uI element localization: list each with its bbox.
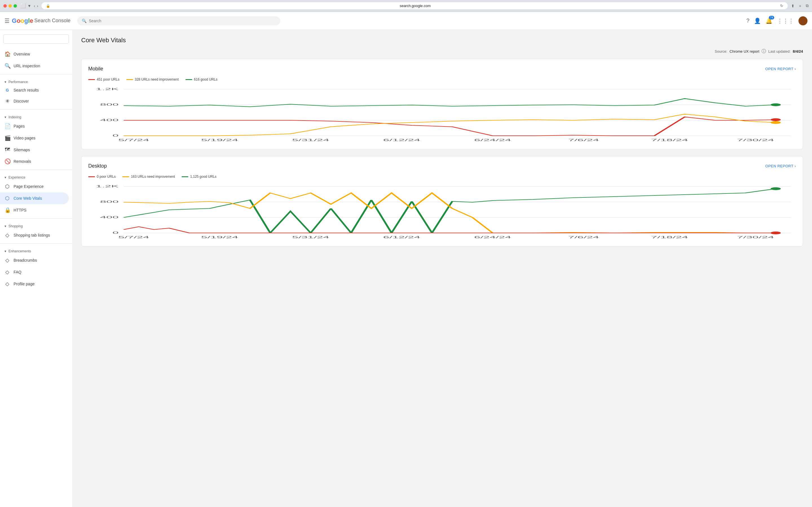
info-icon[interactable]: ⓘ: [762, 48, 766, 54]
sidebar-item-profile-page[interactable]: ◇ Profile page: [0, 278, 69, 290]
profile-page-icon: ◇: [4, 281, 10, 287]
sidebar-item-removals[interactable]: 🚫 Removals: [0, 156, 69, 167]
video-pages-icon: 🎬: [4, 135, 10, 141]
desktop-good-line: [124, 189, 776, 233]
needs-improvement-line-indicator: [126, 79, 133, 80]
y-label-800: 800: [100, 103, 119, 106]
performance-section-header[interactable]: ▾ Performance: [0, 76, 72, 85]
mobile-needs-improvement-label: 328 URLs need improvement: [135, 77, 179, 81]
x-label-4: 6/12/24: [383, 138, 420, 142]
source-label: Source:: [715, 49, 727, 54]
mobile-legend-poor: 451 poor URLs: [88, 77, 119, 81]
mobile-legend-needs-improvement: 328 URLs need improvement: [126, 77, 179, 81]
mobile-card-header: Mobile OPEN REPORT ›: [88, 66, 796, 72]
tabs-icon[interactable]: ⧉: [806, 3, 809, 8]
search-input[interactable]: [89, 18, 276, 23]
desktop-x-label-5: 6/24/24: [474, 235, 511, 239]
source-value: Chrome UX report: [730, 49, 759, 54]
mobile-good-endpoint: [770, 103, 781, 106]
indexing-section-header[interactable]: ▾ Indexing: [0, 112, 72, 120]
sidebar-item-page-experience-label: Page Experience: [13, 184, 44, 189]
desktop-good-indicator: [182, 176, 188, 177]
desktop-needs-improvement-indicator: [122, 176, 129, 177]
nav-buttons[interactable]: ‹ ›: [34, 4, 38, 8]
reload-icon[interactable]: ↻: [780, 4, 783, 8]
https-icon: 🔒: [4, 207, 10, 213]
sidebar-item-sitemaps[interactable]: 🗺 Sitemaps: [0, 144, 69, 156]
mobile-needs-improvement-line: [124, 114, 776, 136]
meta-info: Source: Chrome UX report ⓘ Last updated:…: [81, 48, 803, 54]
indexing-label: Indexing: [8, 115, 21, 119]
sidebar-item-faq-label: FAQ: [13, 270, 21, 274]
desktop-poor-line: [124, 227, 776, 233]
sidebar-item-faq[interactable]: ◇ FAQ: [0, 266, 69, 278]
address-bar[interactable]: 🔒 search.google.com ↻: [42, 2, 788, 9]
users-icon[interactable]: 👤: [754, 17, 761, 24]
divider-3: [0, 170, 72, 170]
maximize-button[interactable]: [13, 4, 17, 8]
forward-button[interactable]: ›: [37, 4, 38, 8]
minimize-button[interactable]: [8, 4, 12, 8]
property-selector[interactable]: ​: [3, 34, 69, 44]
notification-badge: 74: [769, 16, 774, 19]
share-icon[interactable]: ⬆: [791, 4, 795, 8]
sidebar-item-discover-label: Discover: [13, 99, 29, 103]
performance-label: Performance: [8, 80, 28, 84]
desktop-x-label-4: 6/12/24: [383, 235, 420, 239]
sitemaps-icon: 🗺: [4, 147, 10, 153]
sidebar-item-shopping-tab-listings[interactable]: ◇ Shopping tab listings: [0, 229, 69, 241]
mobile-open-report-button[interactable]: OPEN REPORT ›: [765, 67, 796, 71]
x-label-6: 7/6/24: [568, 138, 599, 142]
x-label-3: 5/31/24: [292, 138, 329, 142]
sidebar-item-search-results[interactable]: G Search results: [0, 85, 69, 95]
sidebar-item-page-experience[interactable]: ⬡ Page Experience: [0, 180, 69, 192]
divider-2: [0, 109, 72, 110]
sidebar-item-https[interactable]: 🔒 HTTPS: [0, 204, 69, 216]
divider-5: [0, 243, 72, 244]
new-tab-icon[interactable]: +: [799, 4, 801, 8]
y-label-400: 400: [100, 118, 119, 122]
back-button[interactable]: ‹: [34, 4, 35, 8]
sidebar-item-https-label: HTTPS: [13, 208, 27, 212]
lock-icon: 🔒: [46, 4, 50, 8]
enhancements-section-header[interactable]: ▾ Enhancements: [0, 246, 72, 255]
desktop-legend-good: 1,125 good URLs: [182, 175, 216, 179]
desktop-y-label-400: 400: [100, 216, 119, 219]
divider-1: [0, 74, 72, 74]
desktop-open-report-button[interactable]: OPEN REPORT ›: [765, 164, 796, 168]
desktop-poor-line-indicator: [88, 176, 95, 177]
search-magnify-icon: 🔍: [4, 63, 10, 69]
sidebar-item-url-inspection[interactable]: 🔍 URL inspection: [0, 60, 69, 72]
search-bar[interactable]: 🔍: [77, 16, 280, 25]
desktop-needs-improvement-line: [124, 193, 776, 233]
hamburger-menu[interactable]: ☰: [4, 17, 10, 24]
apps-icon[interactable]: ⋮⋮⋮: [777, 17, 794, 24]
y-label-0: 0: [112, 134, 119, 137]
sidebar-item-discover[interactable]: ✳ Discover: [0, 95, 69, 107]
experience-section-header[interactable]: ▾ Experience: [0, 172, 72, 180]
mobile-poor-label: 451 poor URLs: [97, 77, 119, 81]
sidebar-item-breadcrumbs[interactable]: ◇ Breadcrumbs: [0, 255, 69, 266]
avatar[interactable]: [799, 16, 808, 25]
help-icon[interactable]: ?: [746, 17, 749, 24]
sidebar-item-shopping-tab-listings-label: Shopping tab listings: [13, 233, 50, 237]
url-text: search.google.com: [52, 4, 777, 8]
sidebar-item-video-pages[interactable]: 🎬 Video pages: [0, 132, 69, 144]
desktop-legend-needs-improvement: 163 URLs need improvement: [122, 175, 175, 179]
sidebar-item-pages[interactable]: 📄 Pages: [0, 120, 69, 132]
sidebar-item-core-web-vitals[interactable]: ⬡ Core Web Vitals: [0, 192, 69, 204]
x-label-1: 5/7/24: [118, 138, 149, 142]
page-title: Core Web Vitals: [81, 37, 803, 44]
browser-actions: ⬆ + ⧉: [791, 3, 809, 8]
mobile-chart: 1.2K 800 400 0: [88, 86, 796, 142]
close-button[interactable]: [3, 4, 7, 8]
shopping-section-header[interactable]: ▾ Shopping: [0, 221, 72, 229]
sidebar-item-overview[interactable]: 🏠 Overview: [0, 48, 69, 60]
chevron-icon-3: ▾: [4, 175, 6, 179]
enhancements-label: Enhancements: [8, 249, 31, 253]
sidebar-item-breadcrumbs-label: Breadcrumbs: [13, 258, 37, 263]
mobile-card: Mobile OPEN REPORT › 451 poor URLs 328 U…: [81, 59, 803, 149]
discover-icon: ✳: [4, 98, 10, 104]
notifications-icon[interactable]: 🔔 74: [765, 17, 772, 24]
google-logo: G o o g l e: [12, 17, 33, 24]
